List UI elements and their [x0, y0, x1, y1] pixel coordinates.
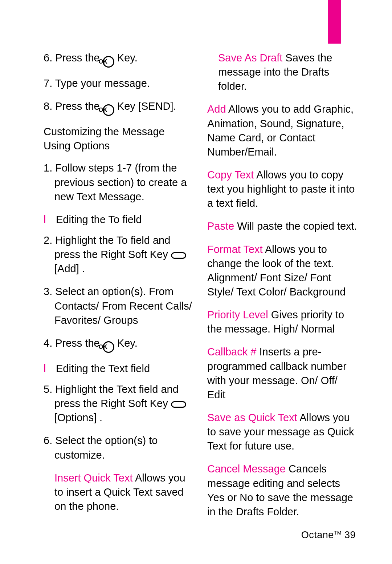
custom-step-1: 1. Follow steps 1-7 (from the previous s… [44, 161, 194, 204]
option-format-text: Format Text Allows you to change the loo… [207, 242, 358, 299]
softkey-icon [171, 252, 186, 259]
option-paste: Paste Will paste the copied text. [207, 219, 358, 233]
option-key: Paste [207, 220, 237, 232]
option-key: Insert Quick Text [54, 472, 135, 484]
trademark-icon: TM [334, 530, 342, 536]
option-key: Format Text [207, 243, 265, 255]
option-key: Callback # [207, 346, 259, 358]
option-key: Save As Draft [218, 52, 285, 64]
custom-step-2: 2. Highlight the To field and press the … [44, 233, 194, 276]
step-6: 6. Press the OK Key. [44, 51, 194, 68]
text: 5. Highlight the Text field and press th… [44, 383, 179, 409]
text: Key. [114, 337, 138, 349]
option-insert-quick-text: Insert Quick Text Allows you to insert a… [44, 471, 194, 513]
custom-step-4: 4. Press the OK Key. [44, 336, 194, 353]
page-footer: OctaneTM 39 [301, 528, 356, 541]
text: [Options] . [54, 412, 102, 423]
bullet-editing-text: l Editing the Text field [44, 362, 194, 376]
step-7: 7. Type your message. [44, 76, 194, 90]
text-bold: [SEND] [138, 100, 173, 112]
option-key: Priority Level [207, 309, 271, 321]
bullet-icon: l [44, 362, 56, 376]
option-key: Add [207, 103, 228, 115]
option-priority-level: Priority Level Gives priority to the mes… [207, 308, 358, 336]
text: . [173, 100, 176, 112]
subheading-customizing: Customizing the Message Using Options [44, 125, 194, 153]
text: [Add] . [54, 263, 85, 274]
option-value: Allows you to add Graphic, Animation, So… [207, 103, 354, 157]
bullet-icon: l [44, 213, 56, 227]
option-cancel-message: Cancel Message Cancels message editing a… [207, 462, 358, 519]
ok-icon: OK [103, 341, 114, 353]
ok-icon: OK [103, 104, 114, 116]
option-value: Will paste the copied text. [237, 220, 357, 232]
text: 4. Press the [44, 337, 103, 349]
text: 2. Highlight the To field and press the … [44, 234, 171, 260]
bullet-editing-to: l Editing the To field [44, 213, 194, 227]
custom-step-5: 5. Highlight the Text field and press th… [44, 382, 194, 425]
text: Key. [114, 52, 138, 64]
page-accent-tab [328, 0, 341, 44]
footer-brand: Octane [301, 529, 334, 540]
option-key: Cancel Message [207, 463, 289, 475]
bullet-text: Editing the Text field [56, 362, 150, 376]
custom-step-6: 6. Select the option(s) to customize. [44, 434, 194, 462]
bullet-text: Editing the To field [56, 213, 142, 227]
page-body: 6. Press the OK Key. 7. Type your messag… [44, 51, 358, 520]
softkey-icon [171, 401, 186, 408]
option-callback-number: Callback # Inserts a pre-programmed call… [207, 345, 358, 402]
option-key: Save as Quick Text [207, 412, 299, 423]
custom-step-3: 3. Select an option(s). From Contacts/ F… [44, 285, 194, 327]
option-key: Copy Text [207, 169, 256, 181]
option-save-as-draft: Save As Draft Saves the message into the… [207, 51, 358, 93]
option-save-quick-text: Save as Quick Text Allows you to save yo… [207, 411, 358, 453]
option-copy-text: Copy Text Allows you to copy text you hi… [207, 168, 358, 210]
ok-icon: OK [103, 56, 114, 68]
text: Key [114, 100, 138, 112]
option-add: Add Allows you to add Graphic, Animation… [207, 102, 358, 159]
footer-page-number: 39 [342, 529, 356, 540]
text: 6. Press the [44, 52, 103, 64]
text: 8. Press the [44, 100, 103, 112]
step-8: 8. Press the OK Key [SEND]. [44, 99, 194, 116]
